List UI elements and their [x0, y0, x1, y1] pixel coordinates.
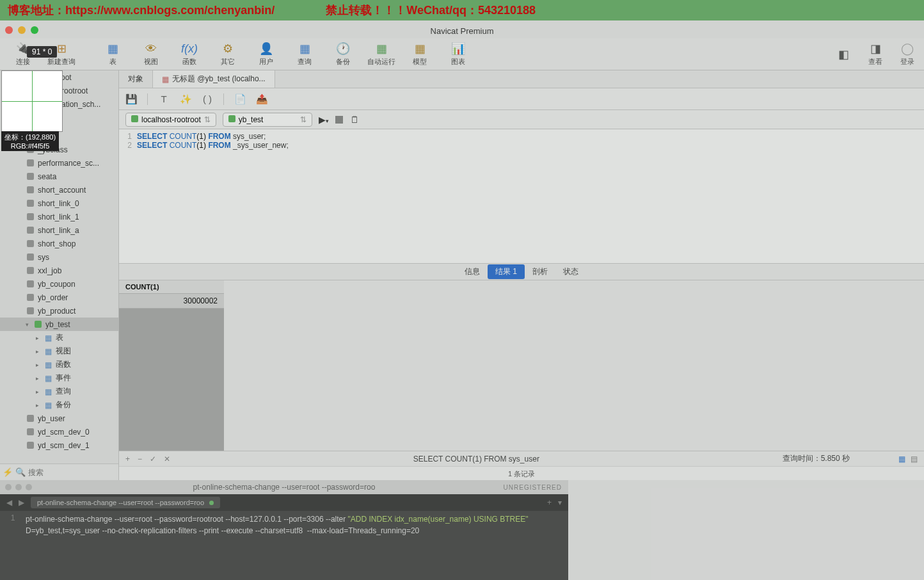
tree-item[interactable]: short_account: [0, 183, 118, 197]
tab-objects[interactable]: 对象: [119, 70, 153, 88]
save-icon[interactable]: 💾: [125, 93, 137, 105]
database-icon: [26, 172, 35, 181]
tb-auto[interactable]: ▦自动运行: [362, 42, 401, 67]
tb-viewmode1[interactable]: ◧: [831, 47, 856, 61]
term-prev-icon[interactable]: ◀: [6, 498, 12, 507]
lightning-icon[interactable]: ⚡: [3, 467, 13, 477]
tree-item[interactable]: xxl_job: [0, 264, 118, 277]
add-row-icon[interactable]: +: [125, 455, 130, 463]
term-min-icon[interactable]: [15, 484, 22, 490]
db-select[interactable]: yb_test⇅: [223, 113, 312, 127]
export-icon[interactable]: 📤: [256, 93, 267, 105]
tb-login[interactable]: ◯登录: [895, 42, 920, 67]
search-input[interactable]: [28, 468, 119, 477]
tree-item[interactable]: yb_user: [0, 412, 118, 425]
tree-item[interactable]: yb_order: [0, 291, 118, 304]
panel-left-icon: ◧: [835, 47, 852, 61]
avatar-icon: ◯: [899, 42, 916, 56]
tree-item-ybtest[interactable]: ▾yb_test: [0, 318, 118, 331]
query-icon: ▦: [296, 42, 313, 56]
terminal-window: pt-online-schema-change --user=root --pa…: [0, 480, 568, 580]
watermark-blog: 博客地址：https://www.cnblogs.com/chenyanbin/: [8, 3, 275, 18]
line-gutter: 1 2: [119, 132, 137, 261]
form-view-icon[interactable]: ▤: [911, 455, 918, 463]
tb-model[interactable]: ▦模型: [401, 42, 439, 67]
tb-query[interactable]: ▦查询: [285, 42, 324, 67]
chevron-updown-icon: ⇅: [300, 115, 307, 124]
explain-icon[interactable]: 🗒: [349, 114, 361, 125]
tree-item[interactable]: sys: [0, 250, 118, 264]
tb-viewmode2[interactable]: ◨查看: [863, 42, 888, 67]
host-select[interactable]: localhost-rootroot⇅: [125, 113, 216, 127]
term-next-icon[interactable]: ▶: [19, 498, 24, 507]
cancel-icon[interactable]: ✕: [164, 455, 170, 463]
status-time: 查询时间：5.850 秒: [783, 453, 850, 464]
database-icon: [26, 226, 35, 235]
folder-icon: ▦: [44, 360, 52, 369]
tree-item[interactable]: yd_scm_dev_1: [0, 439, 118, 452]
tab-query[interactable]: ▦无标题 @yb_test (localho...: [153, 70, 275, 88]
paren-icon[interactable]: ( ): [202, 93, 213, 105]
tree-item[interactable]: yb_product: [0, 304, 118, 318]
panel-right-icon: ◨: [867, 42, 884, 56]
stop-button[interactable]: [335, 116, 343, 124]
term-menu-icon[interactable]: ▾: [558, 498, 562, 507]
result-grid: COUNT(1) 30000002: [119, 280, 924, 451]
code-area[interactable]: SELECT COUNT(1) FROM sys_user; SELECT CO…: [137, 132, 924, 261]
grid-view-icon[interactable]: ▦: [898, 455, 905, 463]
tb-func[interactable]: f(x)函数: [170, 42, 209, 67]
window-title: Navicat Premium: [0, 24, 924, 38]
chevron-right-icon: ▸: [36, 348, 42, 355]
text-icon[interactable]: T: [158, 93, 170, 105]
tree-item[interactable]: yd_scm_dev_0: [0, 425, 118, 439]
doc-icon[interactable]: 📄: [234, 93, 246, 105]
tb-chart[interactable]: 📊图表: [439, 42, 477, 67]
magnifier: [1, 70, 63, 132]
tb-view[interactable]: 👁视图: [132, 42, 170, 67]
result-cell[interactable]: 30000002: [119, 294, 224, 309]
tb-table[interactable]: ▦表: [93, 42, 132, 67]
chevron-right-icon: ▸: [36, 375, 42, 382]
tree-subitem[interactable]: ▸▦查询: [0, 385, 118, 398]
del-row-icon[interactable]: −: [138, 455, 142, 463]
term-add-icon[interactable]: +: [547, 498, 552, 507]
tree-subitem[interactable]: ▸▦函数: [0, 358, 118, 371]
tree-subitem[interactable]: ▸▦备份: [0, 398, 118, 412]
tb-backup[interactable]: 🕐备份: [324, 42, 362, 67]
terminal-body[interactable]: 1 pt-online-schema-change --user=root --…: [0, 511, 568, 539]
rtab-result1[interactable]: 结果 1: [488, 264, 525, 279]
tree-subitem[interactable]: ▸▦事件: [0, 371, 118, 385]
dirty-dot-icon: [209, 501, 214, 505]
folder-icon: ▦: [44, 401, 52, 410]
view-icon: 👁: [143, 42, 159, 56]
watermark-warn: 禁止转载！！！WeChat/qq：543210188: [326, 3, 536, 18]
terminal-code[interactable]: pt-online-schema-change --user=root --pa…: [26, 513, 568, 536]
tree-item[interactable]: performance_sc...: [0, 156, 118, 170]
commit-icon[interactable]: ✓: [150, 455, 156, 463]
tree-subitem[interactable]: ▸▦视图: [0, 344, 118, 358]
tree-item[interactable]: yb_coupon: [0, 277, 118, 291]
term-close-icon[interactable]: [5, 484, 12, 490]
tb-other[interactable]: ⚙其它: [209, 42, 247, 67]
tree-item[interactable]: short_link_a: [0, 223, 118, 237]
sql-editor[interactable]: 1 2 SELECT COUNT(1) FROM sys_user; SELEC…: [119, 129, 924, 264]
wand-icon[interactable]: ✨: [180, 93, 191, 105]
model-icon: ▦: [411, 42, 428, 56]
tree-item[interactable]: seata: [0, 170, 118, 183]
rtab-info[interactable]: 信息: [457, 264, 488, 279]
terminal-tab[interactable]: pt-online-schema-change --user=root --pa…: [31, 497, 220, 508]
tree-subitem[interactable]: ▸▦表: [0, 331, 118, 344]
query-toolbar: 💾 T ✨ ( ) 📄 📤: [119, 88, 924, 110]
tree-item[interactable]: short_link_0: [0, 197, 118, 210]
rtab-profile[interactable]: 剖析: [525, 264, 555, 279]
tb-user[interactable]: 👤用户: [247, 42, 285, 67]
watermark-bar: 博客地址：https://www.cnblogs.com/chenyanbin/…: [0, 0, 924, 20]
tree-item[interactable]: short_link_1: [0, 210, 118, 223]
sidebar-search: ⚡ 🔍: [0, 463, 118, 480]
rtab-status[interactable]: 状态: [555, 264, 586, 279]
chevron-right-icon: ▸: [36, 389, 42, 395]
tree-item[interactable]: short_shop: [0, 237, 118, 250]
run-button[interactable]: ▶▾: [319, 115, 329, 125]
term-max-icon[interactable]: [26, 484, 32, 490]
result-header[interactable]: COUNT(1): [119, 280, 224, 294]
